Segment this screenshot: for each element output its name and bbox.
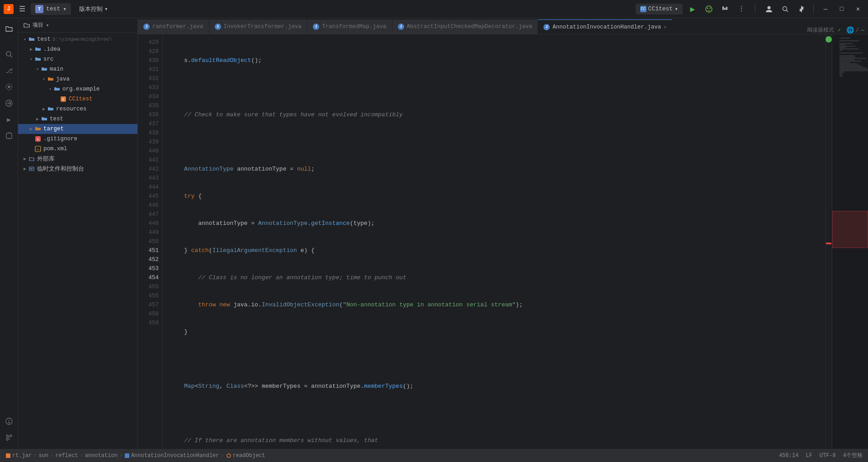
tab-label: AbstractInputCheckedMapDecorator.java xyxy=(407,24,533,30)
git-button[interactable] xyxy=(2,430,16,445)
breadcrumb-sep: › xyxy=(119,452,123,459)
tree-item-label: test xyxy=(50,116,63,122)
settings-button[interactable] xyxy=(795,3,808,15)
run-button[interactable]: ▶ xyxy=(686,3,699,15)
line-numbers: 428 429 430 431 432 433 434 435 436 437 … xyxy=(138,34,163,448)
tab-transformed-map[interactable]: J TransformedMap.java xyxy=(307,19,392,34)
tree-item-test-root[interactable]: ▾ test D:\yingwenmingthree\ xyxy=(18,34,137,44)
expand-icon: ▾ xyxy=(41,76,47,82)
tree-item-target[interactable]: ▶ target xyxy=(18,124,137,134)
expand-icon: ▾ xyxy=(28,57,34,62)
temp-files-icon xyxy=(28,165,35,172)
tree-item-label: org.example xyxy=(62,86,100,92)
svg-point-0 xyxy=(706,6,712,12)
svg-rect-13 xyxy=(6,133,12,138)
run-config-arrow: ▾ xyxy=(675,5,678,13)
tab-close-button[interactable]: ✕ xyxy=(664,24,666,30)
tree-item-org-example[interactable]: ▾ org.example xyxy=(18,84,137,94)
project-arrow-icon: ▾ xyxy=(63,5,66,13)
run-config-icon: CC xyxy=(640,6,646,12)
svg-point-18 xyxy=(9,423,9,424)
tree-item-label: src xyxy=(43,56,54,62)
folder-icon xyxy=(28,36,35,43)
svg-point-6 xyxy=(768,6,771,9)
tab-abstract-map[interactable]: J AbstractInputCheckedMapDecorator.java xyxy=(392,19,538,34)
folder-target-icon xyxy=(34,125,42,133)
code-line-435: } catch(IllegalArgumentException e) { xyxy=(170,246,818,255)
svg-point-19 xyxy=(6,435,8,437)
tree-item-test-dir[interactable]: ▶ test xyxy=(18,114,137,124)
breadcrumb-sep: › xyxy=(33,452,37,459)
project-name: test xyxy=(46,5,60,12)
expand-icon: ▶ xyxy=(34,116,41,122)
tree-item-resources[interactable]: ▶ resources xyxy=(18,104,137,114)
app-logo: J xyxy=(4,4,14,14)
titlebar: J ☰ T test ▾ 版本控制 ▾ CC CC1test ▾ ▶ ⋮ xyxy=(0,0,868,18)
external-libs-icon xyxy=(28,155,35,162)
hamburger-menu[interactable]: ☰ xyxy=(17,3,27,15)
tree-item-label: .gitignore xyxy=(43,136,77,142)
account-button[interactable] xyxy=(763,3,775,15)
reader-mode-label: 阅读器模式 xyxy=(807,26,834,34)
problems-button[interactable] xyxy=(2,414,16,429)
forward-slash: / xyxy=(856,27,859,33)
tree-item-idea[interactable]: ▶ .idea xyxy=(18,44,137,54)
tree-item-label: .idea xyxy=(43,46,61,52)
checkmark-icon: ✓ xyxy=(838,27,841,33)
code-line-430: // Check to make sure that types have no… xyxy=(170,110,818,119)
deploy-button[interactable] xyxy=(2,96,16,110)
profile-button[interactable] xyxy=(719,3,731,15)
svg-point-34 xyxy=(227,454,231,457)
code-line-438: } xyxy=(170,328,818,337)
svg-line-10 xyxy=(10,56,12,57)
tab-transformer[interactable]: J ransformer.java xyxy=(138,19,209,34)
settings-panel-button[interactable] xyxy=(2,80,16,94)
folder-java-icon xyxy=(47,76,54,83)
minimize-button[interactable]: — xyxy=(819,3,832,15)
tab-more-button[interactable]: ⋯ xyxy=(861,27,864,34)
project-switcher[interactable]: T test ▾ xyxy=(31,3,71,15)
java-file-icon: C xyxy=(60,95,67,103)
run-panel-button[interactable]: ▶ xyxy=(2,112,16,127)
tree-item-cc1test[interactable]: C CC1test xyxy=(18,94,137,104)
close-button[interactable]: ✕ xyxy=(852,3,864,15)
tab-annotation-handler[interactable]: J AnnotationInvocationHandler.java ✕ xyxy=(538,19,672,34)
svg-point-20 xyxy=(10,435,12,437)
tree-item-java[interactable]: ▾ java xyxy=(18,74,137,84)
breadcrumb: rt.jar › sun › reflect › annotation › An… xyxy=(5,452,772,459)
vcs-tab[interactable]: 版本控制 ▾ xyxy=(75,3,113,15)
code-area[interactable]: s.defaultReadObject(); // Check to make … xyxy=(163,34,826,448)
vcs-button[interactable]: ⎇ xyxy=(2,63,16,78)
tab-invoker-transformer[interactable]: J InvokerTransformer.java xyxy=(209,19,308,34)
notifications-button[interactable] xyxy=(2,129,16,143)
tree-item-external-libs[interactable]: ▶ 外部库 xyxy=(18,154,137,164)
tree-item-label: target xyxy=(43,126,64,132)
more-options-button[interactable]: ⋮ xyxy=(735,3,748,15)
tree-item-gitignore[interactable]: G .gitignore xyxy=(18,134,137,144)
breadcrumb-reflect: reflect xyxy=(55,452,78,459)
code-line-434: annotationType = AnnotationType.getInsta… xyxy=(170,219,818,228)
run-config-selector[interactable]: CC CC1test ▾ xyxy=(636,4,683,14)
tree-item-main[interactable]: ▾ main xyxy=(18,64,137,74)
tree-item-temp-files[interactable]: ▶ 临时文件和控制台 xyxy=(18,164,137,174)
search-button[interactable] xyxy=(2,47,16,62)
vcs-label: 版本控制 xyxy=(79,5,103,13)
tree-item-pom-xml[interactable]: m pom.xml xyxy=(18,144,137,154)
minimap-highlight xyxy=(832,211,868,248)
browser-icon[interactable]: 🌐 xyxy=(846,26,854,34)
tree-item-label: main xyxy=(50,66,63,72)
global-search-button[interactable] xyxy=(779,3,792,15)
tree-item-label: CC1test xyxy=(69,96,93,102)
tree-item-src[interactable]: ▾ src xyxy=(18,54,137,64)
code-line-431 xyxy=(170,138,818,147)
code-line-436: // Class is no longer an annotation type… xyxy=(170,273,818,282)
expand-icon: ▾ xyxy=(34,67,41,72)
folder-icon xyxy=(34,46,42,53)
maximize-button[interactable]: □ xyxy=(835,3,848,15)
tab-file-icon: J xyxy=(543,24,550,30)
expand-icon: ▶ xyxy=(28,47,34,52)
svg-text:C: C xyxy=(62,98,64,101)
folder-icon xyxy=(41,115,48,123)
folder-view-button[interactable] xyxy=(2,22,16,36)
debug-button[interactable] xyxy=(703,3,715,15)
